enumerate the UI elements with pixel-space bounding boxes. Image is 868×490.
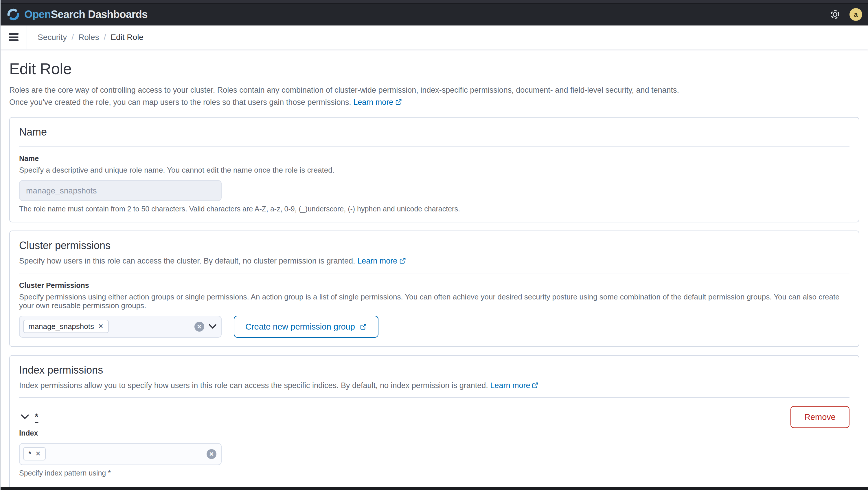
chevron-down-icon bbox=[21, 414, 29, 420]
window-top-strip bbox=[1, 0, 868, 3]
index-tag: *✕ bbox=[23, 448, 46, 461]
name-field-label: Name bbox=[19, 155, 849, 163]
index-field-label: Index bbox=[19, 429, 849, 437]
screenshot-bottom-edge bbox=[1, 487, 868, 490]
chevron-down-icon[interactable] bbox=[209, 324, 216, 329]
learn-more-link[interactable]: Learn more bbox=[357, 257, 406, 265]
breadcrumb-roles[interactable]: Roles bbox=[79, 32, 99, 42]
remove-tag-icon[interactable]: ✕ bbox=[35, 451, 40, 457]
menu-button[interactable] bbox=[1, 26, 27, 49]
index-panel-description: Index permissions allow you to specify h… bbox=[19, 381, 849, 390]
help-icon[interactable] bbox=[830, 9, 840, 20]
user-avatar[interactable]: a bbox=[849, 8, 862, 21]
index-pattern-link[interactable]: * bbox=[35, 412, 38, 422]
page-title: Edit Role bbox=[9, 60, 859, 78]
cluster-permissions-panel: Cluster permissions Specify how users in… bbox=[9, 231, 859, 347]
role-name-input[interactable] bbox=[19, 180, 222, 201]
divider bbox=[19, 146, 849, 147]
breadcrumb-bar: Security / Roles / Edit Role bbox=[1, 26, 868, 49]
index-pattern-hint: Specify index pattern using * bbox=[19, 469, 849, 477]
index-accordion-toggle[interactable]: * bbox=[19, 412, 38, 422]
index-combobox[interactable]: *✕ ✕ bbox=[19, 443, 222, 465]
divider bbox=[19, 273, 849, 273]
hamburger-icon bbox=[9, 33, 19, 41]
index-permissions-panel: Index permissions Index permissions allo… bbox=[9, 355, 859, 490]
permission-tag: manage_snapshots✕ bbox=[23, 320, 108, 333]
breadcrumb-edit-role: Edit Role bbox=[111, 32, 144, 42]
cluster-permissions-combobox[interactable]: manage_snapshots✕ ✕ bbox=[19, 316, 222, 338]
breadcrumb-separator: / bbox=[71, 32, 74, 42]
app-window: OpenSearchDashboards a Security / Roles … bbox=[0, 0, 868, 490]
cluster-permissions-label: Cluster Permissions bbox=[19, 282, 849, 290]
divider bbox=[19, 397, 849, 398]
opensearch-logo-icon bbox=[6, 7, 20, 22]
external-link-icon bbox=[532, 382, 539, 388]
external-link-icon bbox=[395, 98, 402, 106]
breadcrumb: Security / Roles / Edit Role bbox=[27, 32, 144, 42]
name-panel: Name Name Specify a descriptive and uniq… bbox=[9, 117, 859, 223]
page-content: Edit Role Roles are the core way of cont… bbox=[1, 60, 868, 490]
name-panel-title: Name bbox=[19, 126, 849, 138]
breadcrumb-security[interactable]: Security bbox=[38, 32, 67, 42]
clear-all-icon[interactable]: ✕ bbox=[194, 322, 204, 332]
create-permission-group-button[interactable]: Create new permission group bbox=[234, 316, 379, 338]
remove-tag-icon[interactable]: ✕ bbox=[98, 323, 103, 330]
breadcrumb-separator: / bbox=[104, 32, 106, 42]
cluster-permissions-help: Specify permissions using either action … bbox=[19, 292, 849, 310]
logo-text: OpenSearchDashboards bbox=[24, 8, 148, 21]
name-field-hint: The role name must contain from 2 to 50 … bbox=[19, 205, 849, 213]
opensearch-logo[interactable]: OpenSearchDashboards bbox=[6, 7, 148, 22]
external-link-icon bbox=[399, 257, 406, 264]
cluster-panel-description: Specify how users in this role can acces… bbox=[19, 257, 849, 265]
learn-more-link[interactable]: Learn more bbox=[490, 381, 539, 390]
external-link-icon bbox=[360, 323, 367, 330]
clear-all-icon[interactable]: ✕ bbox=[207, 449, 216, 459]
app-header: OpenSearchDashboards a bbox=[1, 3, 868, 26]
learn-more-link[interactable]: Learn more bbox=[353, 98, 402, 107]
page-description: Roles are the core way of controlling ac… bbox=[9, 85, 683, 109]
cluster-panel-title: Cluster permissions bbox=[19, 240, 849, 252]
remove-button[interactable]: Remove bbox=[790, 406, 849, 428]
name-field-help: Specify a descriptive and unique role na… bbox=[19, 166, 849, 174]
index-panel-title: Index permissions bbox=[19, 364, 849, 376]
